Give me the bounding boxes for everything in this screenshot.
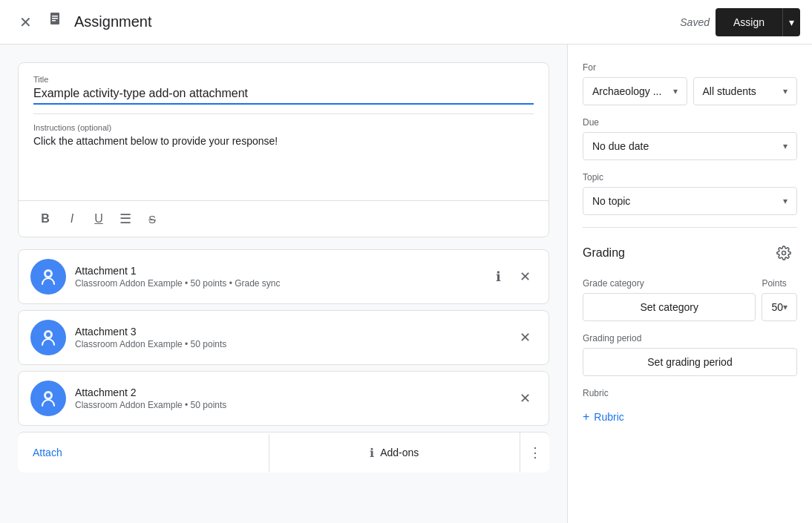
- topic-dropdown[interactable]: No topic ▾: [583, 187, 797, 215]
- grade-category-label: Grade category: [583, 278, 756, 289]
- header-right: Saved Assign ▾: [680, 8, 800, 36]
- attachment-1-remove-button[interactable]: ✕: [513, 265, 537, 289]
- assign-dropdown-chevron: ▾: [789, 16, 794, 28]
- attachments-list: Attachment 1 Classroom Addon Example • 5…: [18, 249, 549, 426]
- addons-label: Add-ons: [380, 447, 419, 458]
- app-container: ✕ Assignment Saved Assign ▾: [0, 0, 812, 523]
- text-toolbar: B I U ☰ S: [19, 200, 549, 237]
- grading-period-section: Grading period Set grading period: [583, 333, 797, 376]
- for-section: For Archaeology ... ▾ All students ▾: [583, 62, 797, 105]
- due-dropdown-chevron: ▾: [783, 141, 788, 151]
- plus-icon: +: [583, 410, 589, 424]
- attachment-2-actions: ✕: [513, 387, 537, 410]
- grading-period-label: Grading period: [583, 333, 797, 343]
- topic-dropdown-chevron: ▾: [783, 196, 788, 206]
- page-title: Assignment: [74, 13, 152, 30]
- main-layout: Title Instructions (optional) Click the …: [0, 45, 812, 523]
- due-dropdown-value: No due date: [592, 140, 649, 152]
- points-dropdown[interactable]: 50 ▾: [762, 293, 797, 321]
- bold-button[interactable]: B: [33, 207, 57, 231]
- svg-rect-1: [52, 16, 58, 17]
- bottom-toolbar: Attach ℹ Add-ons ⋮: [18, 432, 549, 473]
- due-label: Due: [583, 117, 797, 128]
- underline-button[interactable]: U: [87, 207, 111, 231]
- points-label: Points: [762, 278, 797, 289]
- form-card: Title Instructions (optional) Click the …: [18, 62, 549, 237]
- table-row: Attachment 3 Classroom Addon Example • 5…: [18, 310, 549, 365]
- instructions-label: Instructions (optional): [33, 123, 534, 132]
- svg-point-7: [46, 332, 50, 337]
- addons-button[interactable]: ℹ Add-ons: [269, 434, 520, 472]
- assign-button[interactable]: Assign: [716, 8, 782, 36]
- class-dropdown[interactable]: Archaeology ... ▾: [583, 77, 687, 105]
- info-icon: ℹ: [496, 269, 501, 285]
- attachment-2-remove-button[interactable]: ✕: [513, 387, 537, 410]
- more-button[interactable]: ⋮: [520, 432, 549, 473]
- svg-point-9: [46, 393, 50, 398]
- attachment-3-actions: ✕: [513, 326, 537, 349]
- grade-row: Grade category Set category Points 50 ▾: [583, 278, 797, 321]
- attachment-1-name: Attachment 1: [75, 265, 477, 277]
- grading-settings-button[interactable]: [770, 240, 797, 266]
- attachment-2-info: Attachment 2 Classroom Addon Example • 5…: [75, 387, 504, 410]
- rubric-label: Rubric: [583, 388, 797, 398]
- title-input[interactable]: [33, 87, 534, 105]
- attachment-1-meta: Classroom Addon Example • 50 points • Gr…: [75, 278, 477, 289]
- attachment-3-name: Attachment 3: [75, 326, 504, 338]
- topic-dropdown-value: No topic: [592, 195, 630, 207]
- attachment-3-remove-button[interactable]: ✕: [513, 326, 537, 349]
- attachment-1-icon: [30, 259, 66, 295]
- attachment-3-icon: [30, 320, 66, 355]
- svg-rect-2: [52, 18, 58, 19]
- more-icon: ⋮: [528, 444, 542, 461]
- header: ✕ Assignment Saved Assign ▾: [0, 0, 812, 45]
- svg-point-5: [46, 272, 50, 276]
- list-button[interactable]: ☰: [114, 207, 137, 231]
- title-section: Title: [19, 63, 549, 114]
- points-dropdown-chevron: ▾: [783, 302, 788, 312]
- add-rubric-label: Rubric: [594, 411, 623, 423]
- students-dropdown-value: All students: [703, 85, 756, 97]
- for-row: Archaeology ... ▾ All students ▾: [583, 77, 797, 105]
- grading-header: Grading: [583, 240, 797, 266]
- attachment-3-info: Attachment 3 Classroom Addon Example • 5…: [75, 326, 504, 349]
- attachment-2-meta: Classroom Addon Example • 50 points: [75, 400, 504, 410]
- svg-rect-3: [52, 20, 56, 22]
- points-col: Points 50 ▾: [762, 278, 797, 321]
- attachment-1-actions: ℹ ✕: [486, 265, 537, 289]
- set-grading-period-button[interactable]: Set grading period: [583, 348, 797, 376]
- italic-button[interactable]: I: [60, 207, 84, 231]
- instructions-section: Instructions (optional) Click the attach…: [19, 114, 549, 200]
- header-left: ✕ Assignment: [12, 9, 680, 36]
- close-icon: ✕: [520, 329, 531, 346]
- due-dropdown[interactable]: No due date ▾: [583, 132, 797, 160]
- set-category-button[interactable]: Set category: [583, 293, 756, 321]
- attachment-2-name: Attachment 2: [75, 387, 504, 398]
- points-value: 50: [771, 301, 783, 313]
- attachment-3-meta: Classroom Addon Example • 50 points: [75, 339, 504, 349]
- due-section: Due No due date ▾: [583, 117, 797, 160]
- table-row: Attachment 2 Classroom Addon Example • 5…: [18, 371, 549, 426]
- attachment-1-info-button[interactable]: ℹ: [486, 265, 510, 289]
- rubric-section: Rubric + Rubric: [583, 388, 797, 430]
- gear-icon: [776, 246, 791, 260]
- attachment-2-icon: [30, 381, 66, 416]
- saved-status: Saved: [680, 16, 710, 28]
- close-icon: ✕: [19, 13, 32, 31]
- close-button[interactable]: ✕: [12, 9, 39, 36]
- add-rubric-button[interactable]: + Rubric: [583, 404, 624, 430]
- students-dropdown[interactable]: All students ▾: [693, 77, 798, 105]
- strikethrough-button[interactable]: S: [140, 207, 164, 231]
- close-icon: ✕: [520, 269, 531, 285]
- right-panel: For Archaeology ... ▾ All students ▾ Due: [567, 45, 812, 523]
- attach-button[interactable]: Attach: [18, 435, 269, 470]
- topic-section: Topic No topic ▾: [583, 172, 797, 215]
- attachment-1-info: Attachment 1 Classroom Addon Example • 5…: [75, 265, 477, 289]
- topic-label: Topic: [583, 172, 797, 182]
- for-label: For: [583, 62, 797, 73]
- info-circle-icon: ℹ: [370, 446, 374, 460]
- class-dropdown-value: Archaeology ...: [592, 85, 661, 97]
- students-dropdown-chevron: ▾: [783, 86, 788, 96]
- title-label: Title: [33, 75, 534, 84]
- assign-dropdown-button[interactable]: ▾: [782, 8, 800, 36]
